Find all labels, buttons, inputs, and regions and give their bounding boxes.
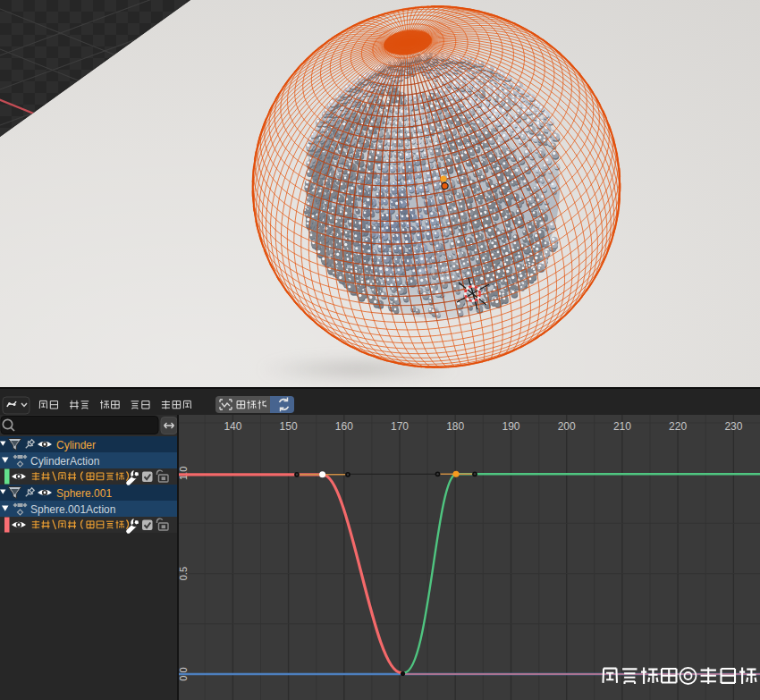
svg-text:170: 170 — [391, 420, 409, 433]
svg-text:230: 230 — [724, 420, 742, 433]
svg-text:220: 220 — [669, 420, 687, 433]
svg-text:Cylinder: Cylinder — [56, 439, 96, 451]
svg-text:Sphere.001: Sphere.001 — [56, 487, 112, 500]
svg-text:0.5: 0.5 — [179, 567, 189, 580]
svg-text:210: 210 — [613, 420, 631, 433]
svg-text:160: 160 — [335, 420, 353, 433]
svg-text:150: 150 — [280, 420, 298, 433]
svg-text:140: 140 — [224, 420, 241, 433]
svg-text:Sphere.001Action: Sphere.001Action — [30, 503, 115, 516]
svg-text:200: 200 — [558, 420, 576, 433]
svg-text:190: 190 — [502, 420, 519, 433]
svg-text:CylinderAction: CylinderAction — [30, 455, 99, 468]
svg-text:180: 180 — [446, 420, 464, 433]
